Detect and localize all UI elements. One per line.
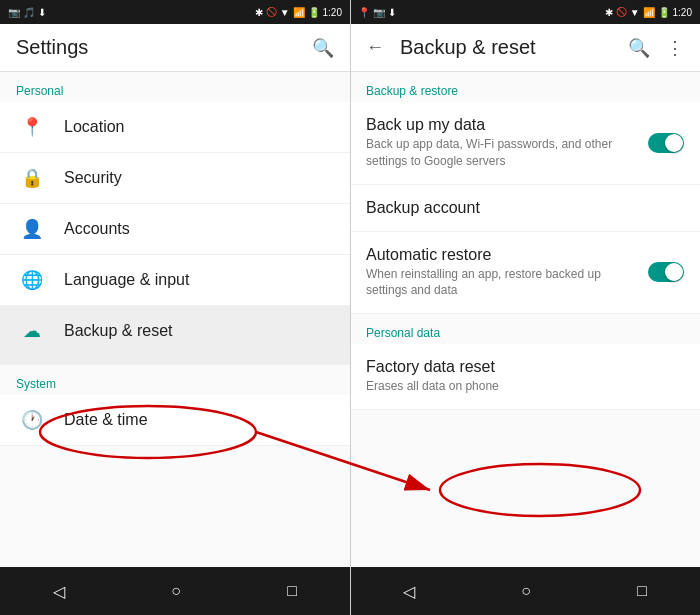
- settings-item-datetime[interactable]: 🕐 Date & time: [0, 395, 350, 446]
- security-label: Security: [64, 169, 122, 187]
- section-personal-label: Personal: [0, 72, 350, 102]
- left-status-left-icons: 📷🎵⬇: [8, 7, 46, 18]
- right-back-button[interactable]: ◁: [379, 574, 439, 609]
- right-status-right-icons: ✱ 🚫 ▼ 📶 🔋 1:20: [605, 7, 692, 18]
- right-search-icon[interactable]: 🔍: [628, 37, 650, 59]
- factory-data-reset-title: Factory data reset: [366, 358, 684, 376]
- factory-data-reset-subtitle: Erases all data on phone: [366, 378, 684, 395]
- back-icon[interactable]: ←: [366, 37, 384, 58]
- left-back-button[interactable]: ◁: [29, 574, 89, 609]
- section-system-label: System: [0, 365, 350, 395]
- divider: [0, 357, 350, 365]
- backup-my-data-toggle[interactable]: [648, 133, 684, 153]
- right-toolbar-actions: 🔍 ⋮: [628, 37, 684, 59]
- security-icon: 🔒: [16, 167, 48, 189]
- settings-item-language[interactable]: 🌐 Language & input: [0, 255, 350, 306]
- automatic-restore-toggle[interactable]: [648, 262, 684, 282]
- left-recent-button[interactable]: □: [263, 574, 321, 608]
- language-label: Language & input: [64, 271, 189, 289]
- automatic-restore-title: Automatic restore: [366, 246, 636, 264]
- accounts-label: Accounts: [64, 220, 130, 238]
- left-toolbar-actions: 🔍: [312, 37, 334, 59]
- left-status-right-icons: ✱ 🚫 ▼ 📶 🔋 1:20: [255, 7, 342, 18]
- more-icon[interactable]: ⋮: [666, 37, 684, 59]
- left-settings-content: Personal 📍 Location 🔒 Security 👤 Account…: [0, 72, 350, 567]
- backup-my-data-title: Back up my data: [366, 116, 636, 134]
- left-toolbar: Settings 🔍: [0, 24, 350, 72]
- right-toolbar-title: Backup & reset: [400, 36, 536, 59]
- datetime-label: Date & time: [64, 411, 148, 429]
- right-toolbar-left: ← Backup & reset: [366, 36, 536, 59]
- datetime-icon: 🕐: [16, 409, 48, 431]
- left-nav-bar: ◁ ○ □: [0, 567, 350, 615]
- section-backup-restore-label: Backup & restore: [350, 72, 700, 102]
- right-toolbar: ← Backup & reset 🔍 ⋮: [350, 24, 700, 72]
- backup-account-item[interactable]: Backup account: [350, 185, 700, 232]
- settings-item-backup[interactable]: ☁ Backup & reset: [0, 306, 350, 357]
- right-status-left-icons: 📍📷⬇: [358, 7, 396, 18]
- factory-data-reset-item[interactable]: Factory data reset Erases all data on ph…: [350, 344, 700, 410]
- right-status-bar: 📍📷⬇ ✱ 🚫 ▼ 📶 🔋 1:20: [350, 0, 700, 24]
- automatic-restore-subtitle: When reinstalling an app, restore backed…: [366, 266, 636, 300]
- location-label: Location: [64, 118, 125, 136]
- right-nav-bar: ◁ ○ □: [350, 567, 700, 615]
- settings-item-security[interactable]: 🔒 Security: [0, 153, 350, 204]
- settings-item-location[interactable]: 📍 Location: [0, 102, 350, 153]
- right-backup-content: Backup & restore Back up my data Back up…: [350, 72, 700, 567]
- settings-item-accounts[interactable]: 👤 Accounts: [0, 204, 350, 255]
- language-icon: 🌐: [16, 269, 48, 291]
- search-icon[interactable]: 🔍: [312, 37, 334, 59]
- backup-account-title: Backup account: [366, 199, 684, 217]
- backup-my-data-item[interactable]: Back up my data Back up app data, Wi-Fi …: [350, 102, 700, 185]
- location-icon: 📍: [16, 116, 48, 138]
- automatic-restore-item[interactable]: Automatic restore When reinstalling an a…: [350, 232, 700, 315]
- left-status-bar: 📷🎵⬇ ✱ 🚫 ▼ 📶 🔋 1:20: [0, 0, 350, 24]
- section-personal-data-label: Personal data: [350, 314, 700, 344]
- left-home-button[interactable]: ○: [147, 574, 205, 608]
- right-recent-button[interactable]: □: [613, 574, 671, 608]
- backup-my-data-subtitle: Back up app data, Wi-Fi passwords, and o…: [366, 136, 636, 170]
- right-home-button[interactable]: ○: [497, 574, 555, 608]
- backup-icon: ☁: [16, 320, 48, 342]
- accounts-icon: 👤: [16, 218, 48, 240]
- backup-label: Backup & reset: [64, 322, 173, 340]
- left-toolbar-title: Settings: [16, 36, 88, 59]
